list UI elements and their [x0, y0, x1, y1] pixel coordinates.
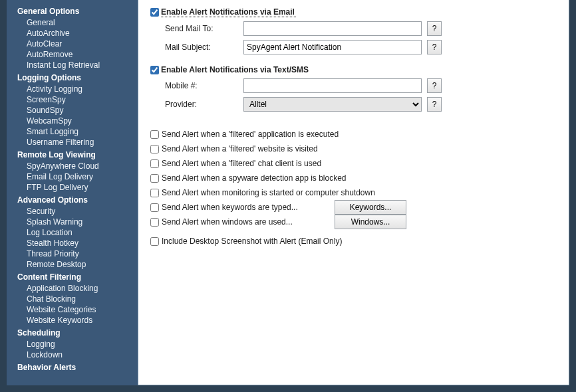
sidebar-header-general: General Options [7, 4, 138, 17]
sidebar-header-remote-log: Remote Log Viewing [7, 147, 138, 161]
keywords-button[interactable]: Keywords... [335, 200, 406, 215]
mail-subject-label: Mail Subject: [165, 43, 243, 52]
sidebar-section-advanced: Advanced Options Security Splash Warning… [7, 193, 138, 270]
alert-filtered-app-label: Send Alert when a 'filtered' application… [162, 130, 339, 139]
sidebar-section-behavior-alerts: Behavior Alerts [7, 360, 138, 373]
alert-filtered-chat-checkbox[interactable] [150, 159, 159, 168]
alert-windows-checkbox[interactable] [150, 218, 159, 227]
send-mail-to-input[interactable] [243, 21, 422, 36]
enable-email-checkbox[interactable] [150, 8, 159, 17]
mobile-help-button[interactable]: ? [427, 78, 442, 93]
nav-security[interactable]: Security [7, 206, 138, 217]
alert-monitoring-shutdown-label: Send Alert when monitoring is started or… [162, 188, 375, 197]
send-mail-to-help-button[interactable]: ? [427, 21, 442, 36]
alert-row-keywords: Send Alert when keywords are typed... Ke… [150, 201, 557, 214]
send-mail-to-row: Send Mail To: ? [165, 21, 557, 36]
nav-general[interactable]: General [7, 17, 138, 28]
alert-row-spyware-blocked: Send Alert when a spyware detection app … [150, 171, 557, 185]
sidebar-header-behavior-alerts: Behavior Alerts [7, 360, 138, 373]
nav-chat-blocking[interactable]: Chat Blocking [7, 294, 138, 304]
alert-row-filtered-app: Send Alert when a 'filtered' application… [150, 128, 557, 141]
nav-ftp-log-delivery[interactable]: FTP Log Delivery [7, 182, 138, 193]
alert-filtered-chat-label: Send Alert when a 'filtered' chat client… [162, 159, 321, 168]
provider-row: Provider: Alltel ? [165, 97, 557, 112]
enable-sms-label: Enable Alert Notifications via Text/SMS [161, 65, 309, 74]
nav-autoarchive[interactable]: AutoArchive [7, 28, 138, 39]
nav-website-keywords[interactable]: Website Keywords [7, 315, 138, 326]
include-screenshot-label: Include Desktop Screenshot with Alert (E… [162, 237, 342, 246]
mail-subject-input[interactable] [243, 40, 422, 54]
nav-username-filtering[interactable]: Username Filtering [7, 137, 138, 147]
sidebar-section-logging: Logging Options Activity Logging ScreenS… [7, 70, 138, 147]
nav-email-log-delivery[interactable]: Email Log Delivery [7, 171, 138, 182]
provider-select[interactable]: Alltel [243, 97, 422, 112]
nav-splash-warning[interactable]: Splash Warning [7, 217, 138, 227]
nav-autoclear[interactable]: AutoClear [7, 39, 138, 49]
sidebar-section-remote-log: Remote Log Viewing SpyAnywhere Cloud Ema… [7, 147, 138, 193]
sms-enable-row: Enable Alert Notifications via Text/SMS [150, 65, 557, 74]
sidebar-header-content-filtering: Content Filtering [7, 270, 138, 283]
email-enable-row: Enable Alert Notifications via Email [150, 7, 557, 17]
alert-options-list: Send Alert when a 'filtered' application… [150, 128, 557, 229]
content-panel: Enable Alert Notifications via Email Sen… [138, 0, 569, 385]
alert-row-filtered-website: Send Alert when a 'filtered' website is … [150, 142, 557, 155]
include-screenshot-row: Include Desktop Screenshot with Alert (E… [150, 237, 557, 246]
sidebar-section-content-filtering: Content Filtering Application Blocking C… [7, 270, 138, 326]
nav-lockdown[interactable]: Lockdown [7, 349, 138, 360]
provider-label: Provider: [165, 100, 243, 109]
alert-row-filtered-chat: Send Alert when a 'filtered' chat client… [150, 157, 557, 170]
provider-help-button[interactable]: ? [427, 97, 442, 112]
nav-logging[interactable]: Logging [7, 339, 138, 349]
sidebar-section-general: General Options General AutoArchive Auto… [7, 4, 138, 70]
sidebar-header-advanced: Advanced Options [7, 193, 138, 206]
enable-sms-checkbox[interactable] [150, 66, 159, 74]
mail-subject-row: Mail Subject: ? [165, 40, 557, 54]
nav-smart-logging[interactable]: Smart Logging [7, 126, 138, 137]
sidebar: General Options General AutoArchive Auto… [7, 0, 138, 385]
nav-stealth-hotkey[interactable]: Stealth Hotkey [7, 238, 138, 248]
nav-remote-desktop[interactable]: Remote Desktop [7, 259, 138, 270]
mail-subject-help-button[interactable]: ? [427, 40, 442, 54]
sidebar-header-logging: Logging Options [7, 70, 138, 84]
alert-monitoring-shutdown-checkbox[interactable] [150, 189, 159, 197]
alert-filtered-app-checkbox[interactable] [150, 130, 159, 139]
nav-activity-logging[interactable]: Activity Logging [7, 84, 138, 94]
send-mail-to-label: Send Mail To: [165, 24, 243, 33]
nav-website-categories[interactable]: Website Categories [7, 304, 138, 315]
windows-button[interactable]: Windows... [335, 215, 406, 229]
nav-webcamspy[interactable]: WebcamSpy [7, 116, 138, 126]
alert-filtered-website-label: Send Alert when a 'filtered' website is … [162, 144, 318, 153]
mobile-label: Mobile #: [165, 81, 243, 90]
nav-autoremove[interactable]: AutoRemove [7, 49, 138, 60]
alert-row-windows: Send Alert when windows are used... Wind… [150, 215, 557, 229]
nav-log-location[interactable]: Log Location [7, 227, 138, 238]
sidebar-section-scheduling: Scheduling Logging Lockdown [7, 326, 138, 360]
sidebar-header-scheduling: Scheduling [7, 326, 138, 339]
alert-keywords-label: Send Alert when keywords are typed... [162, 203, 329, 212]
alert-spyware-blocked-label: Send Alert when a spyware detection app … [162, 173, 347, 183]
nav-soundspy[interactable]: SoundSpy [7, 105, 138, 116]
nav-application-blocking[interactable]: Application Blocking [7, 283, 138, 294]
mobile-row: Mobile #: ? [165, 78, 557, 93]
nav-thread-priority[interactable]: Thread Priority [7, 248, 138, 259]
nav-instant-log-retrieval[interactable]: Instant Log Retrieval [7, 60, 138, 70]
nav-screenspy[interactable]: ScreenSpy [7, 94, 138, 105]
alert-row-monitoring-shutdown: Send Alert when monitoring is started or… [150, 186, 557, 199]
include-screenshot-checkbox[interactable] [150, 237, 159, 246]
alert-filtered-website-checkbox[interactable] [150, 145, 159, 153]
alert-windows-label: Send Alert when windows are used... [162, 217, 329, 227]
alert-keywords-checkbox[interactable] [150, 203, 159, 212]
alert-spyware-blocked-checkbox[interactable] [150, 174, 159, 183]
mobile-input[interactable] [243, 78, 422, 93]
enable-email-label: Enable Alert Notifications via Email [161, 7, 296, 17]
nav-spyanywhere-cloud[interactable]: SpyAnywhere Cloud [7, 161, 138, 171]
